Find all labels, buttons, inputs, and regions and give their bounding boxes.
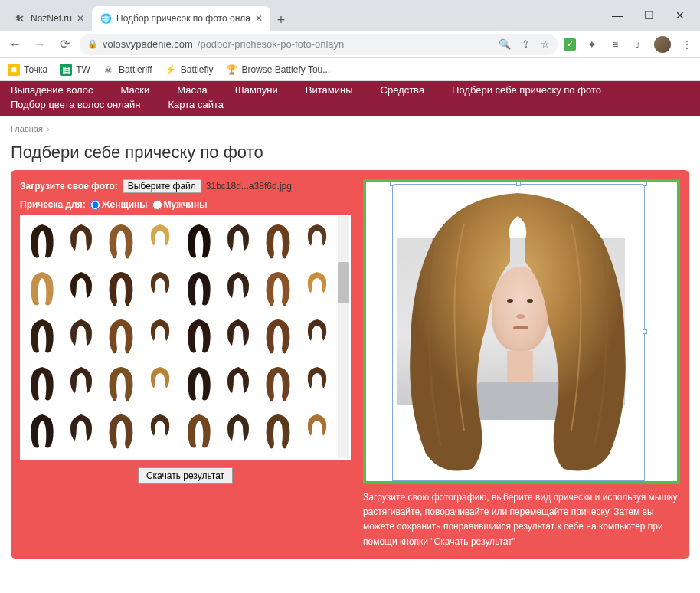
scrollbar-track[interactable] — [338, 216, 349, 458]
hairstyle-thumbnail[interactable] — [64, 219, 99, 264]
hairstyle-thumbnail[interactable] — [25, 362, 60, 406]
nav-item[interactable]: Маски — [121, 84, 150, 96]
hairstyle-thumbnail[interactable] — [182, 409, 217, 454]
close-icon[interactable]: ✕ — [77, 13, 84, 24]
download-button[interactable]: Скачать результат — [138, 467, 233, 484]
hairstyle-thumbnail[interactable] — [182, 267, 217, 311]
url-path: /podbor-prichesok-po-foto-onlayn — [198, 38, 345, 50]
hairstyle-thumbnail[interactable] — [221, 362, 256, 406]
resize-handle[interactable] — [643, 182, 647, 186]
tab-noznet[interactable]: 🛠 NozNet.ru ✕ — [6, 6, 92, 31]
nav-item[interactable]: Подбор цвета волос онлайн — [11, 99, 141, 110]
female-label[interactable]: Женщины — [102, 199, 148, 210]
hairstyle-thumbnail[interactable] — [260, 409, 296, 454]
nav-item[interactable]: Средства — [381, 84, 425, 96]
hairstyle-thumbnail[interactable] — [299, 219, 335, 264]
hairstyle-thumbnail[interactable] — [221, 267, 256, 311]
hairstyle-thumbnail[interactable] — [182, 362, 217, 406]
bookmark-battlefly[interactable]: ⚡Battlefly — [165, 64, 214, 76]
search-icon[interactable]: 🔍 — [499, 38, 511, 50]
hairstyle-thumbnail[interactable] — [142, 219, 178, 264]
hairstyle-thumbnail[interactable] — [64, 267, 99, 311]
hairstyle-thumbnail[interactable] — [221, 314, 256, 359]
hairstyle-thumbnail[interactable] — [260, 219, 296, 264]
hairstyle-gallery — [20, 215, 351, 460]
back-button[interactable]: ← — [6, 35, 25, 54]
menu-icon[interactable]: ⋮ — [680, 38, 694, 51]
resize-handle[interactable] — [516, 182, 521, 186]
page-content: Выпадение волос Маски Масла Шампуни Вита… — [0, 81, 700, 593]
nav-item[interactable]: Карта сайта — [168, 99, 224, 110]
hairstyle-thumbnail[interactable] — [103, 219, 139, 264]
radio-male[interactable] — [152, 200, 162, 210]
bookmark-battleriff[interactable]: ☠Battleriff — [103, 64, 152, 76]
hairstyle-thumbnail[interactable] — [103, 314, 139, 359]
choose-file-button[interactable]: Выберите файл — [123, 179, 201, 193]
sheet-icon: ▦ — [60, 64, 72, 76]
list-icon[interactable]: ≡ — [608, 38, 622, 51]
close-window-button[interactable]: ✕ — [675, 9, 685, 21]
profile-avatar[interactable] — [654, 36, 671, 53]
hairstyle-thumbnail[interactable] — [142, 409, 178, 454]
hairstyle-thumbnail[interactable] — [299, 267, 335, 311]
puzzle-icon[interactable]: ✦ — [585, 38, 599, 51]
hairstyle-thumbnail[interactable] — [260, 267, 296, 311]
hairstyle-thumbnail[interactable] — [299, 409, 335, 454]
gender-label: Прическа для: — [20, 199, 86, 210]
minimize-button[interactable]: — — [612, 9, 623, 21]
forward-button[interactable]: → — [31, 35, 49, 54]
hairstyle-thumbnail[interactable] — [25, 267, 60, 311]
hairstyle-thumbnail[interactable] — [299, 362, 335, 406]
hairstyle-thumbnail[interactable] — [103, 409, 139, 454]
tab-hairstyle[interactable]: 🌐 Подбор причесок по фото онла ✕ — [92, 6, 270, 31]
hairstyle-thumbnail[interactable] — [142, 362, 178, 406]
hairstyle-thumbnail[interactable] — [25, 314, 60, 359]
hairstyle-thumbnail[interactable] — [64, 409, 99, 454]
hairstyle-thumbnail[interactable] — [182, 219, 217, 264]
hairstyle-thumbnail[interactable] — [299, 314, 335, 359]
hairstyle-thumbnail[interactable] — [182, 314, 217, 359]
close-icon[interactable]: ✕ — [255, 13, 263, 24]
new-tab-button[interactable]: + — [270, 9, 292, 31]
maximize-button[interactable]: ☐ — [644, 9, 654, 21]
check-extension-icon[interactable]: ✓ — [564, 38, 576, 51]
radio-female[interactable] — [90, 200, 100, 210]
nav-item[interactable]: Шампуни — [235, 84, 278, 96]
resize-handle[interactable] — [643, 329, 647, 334]
hairstyle-thumbnail[interactable] — [260, 314, 296, 359]
bookmark-tochka[interactable]: ■Точка — [8, 64, 47, 76]
extension-icons: ✓ ✦ ≡ ♪ ⋮ — [564, 36, 694, 53]
music-icon[interactable]: ♪ — [631, 38, 645, 51]
star-icon[interactable]: ☆ — [541, 38, 550, 50]
preview-canvas[interactable] — [363, 179, 680, 484]
nav-item[interactable]: Витамины — [306, 84, 353, 96]
site-nav: Выпадение волос Маски Масла Шампуни Вита… — [0, 81, 700, 116]
hairstyle-thumbnail[interactable] — [64, 314, 99, 359]
hairstyle-thumbnail[interactable] — [142, 267, 178, 311]
hairstyle-thumbnail[interactable] — [221, 409, 256, 454]
url-host: volosvypadenie.com — [103, 38, 193, 50]
bookmark-tw[interactable]: ▦TW — [60, 64, 90, 76]
nav-item[interactable]: Выпадение волос — [11, 84, 93, 96]
page-title: Подбери себе прическу по фото — [0, 141, 700, 170]
hairstyle-thumbnail[interactable] — [25, 409, 60, 454]
male-label[interactable]: Мужчины — [164, 199, 208, 210]
hairstyle-thumbnail[interactable] — [64, 362, 99, 406]
breadcrumb-home[interactable]: Главная — [11, 124, 43, 133]
nav-item[interactable]: Масла — [177, 84, 208, 96]
nav-item[interactable]: Подбери себе прическу по фото — [452, 84, 601, 96]
reload-button[interactable]: ⟳ — [55, 35, 74, 54]
hairstyle-thumbnail[interactable] — [260, 362, 296, 406]
scrollbar-thumb[interactable] — [338, 262, 349, 303]
hairstyle-thumbnail[interactable] — [103, 267, 139, 311]
share-icon[interactable]: ⇪ — [522, 38, 530, 50]
url-input[interactable]: 🔒 volosvypadenie.com/podbor-prichesok-po… — [80, 34, 558, 55]
hairstyle-thumbnail[interactable] — [221, 219, 256, 264]
resize-handle[interactable] — [390, 182, 394, 186]
bookmark-battlefy[interactable]: 🏆Browse Battlefy Tou... — [225, 64, 330, 76]
hairstyle-thumbnail[interactable] — [142, 314, 178, 359]
hairstyle-thumbnail[interactable] — [25, 219, 60, 264]
hairstyle-thumbnail[interactable] — [103, 362, 139, 406]
selection-box[interactable] — [392, 184, 645, 481]
upload-label: Загрузите свое фото: — [20, 181, 118, 192]
